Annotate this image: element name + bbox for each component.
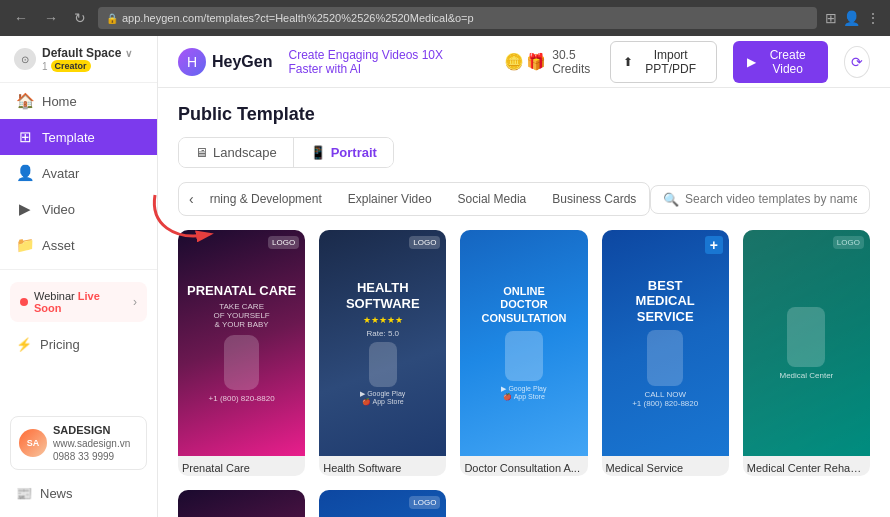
- template-card-prenatal2[interactable]: PRENATAL CARE The best dental service in…: [178, 490, 305, 517]
- app-header: H HeyGen Create Engaging Videos 10X Fast…: [158, 36, 890, 88]
- search-box[interactable]: 🔍: [650, 185, 870, 214]
- video-label: Video: [42, 202, 75, 217]
- webinar-text: Webinar Live Soon: [34, 290, 127, 314]
- thumb-download-doctor: ▶ Google Play🍎 App Store: [501, 385, 546, 401]
- sidebar-item-video[interactable]: ▶ Video: [0, 191, 157, 227]
- cat-tab-social[interactable]: Social Media: [446, 187, 539, 211]
- lock-icon: 🔒: [106, 13, 118, 24]
- profile-button[interactable]: 👤: [843, 10, 860, 26]
- news-icon: 📰: [16, 486, 32, 501]
- template-card-medical2[interactable]: LOGO BESTMEDICAL: [319, 490, 446, 517]
- extensions-button[interactable]: ⊞: [825, 10, 837, 26]
- import-icon: ⬆: [623, 55, 633, 69]
- credits-badge: 🪙 🎁 30.5 Credits: [504, 48, 594, 76]
- import-ppt-button[interactable]: ⬆ Import PPT/PDF: [610, 41, 717, 83]
- webinar-arrow-icon: ›: [133, 295, 137, 309]
- sidebar-item-avatar[interactable]: 👤 Avatar: [0, 155, 157, 191]
- refresh-button[interactable]: ⟳: [844, 46, 870, 78]
- thumb-logo-medical2: LOGO: [409, 496, 440, 509]
- template-icon: ⊞: [16, 128, 34, 146]
- back-button[interactable]: ←: [10, 8, 32, 28]
- template-thumb-doctor: ONLINEDOCTORCONSULTATION ▶ Google Play🍎 …: [460, 230, 587, 456]
- template-card-health-software[interactable]: LOGO HEALTHSOFTWARE ★★★★★ Rate: 5.0 ▶ Go…: [319, 230, 446, 476]
- pricing-label: Pricing: [40, 337, 80, 352]
- tab-landscape[interactable]: 🖥 Landscape: [179, 138, 294, 167]
- page-title: Public Template: [178, 104, 870, 125]
- cat-tab-explainer[interactable]: Explainer Video: [336, 187, 444, 211]
- asset-icon: 📁: [16, 236, 34, 254]
- plus-icon: +: [705, 236, 723, 254]
- portrait-icon: 📱: [310, 145, 326, 160]
- avatar-icon: 👤: [16, 164, 34, 182]
- sidebar-item-home[interactable]: 🏠 Home: [0, 83, 157, 119]
- template-thumb-medical: + BESTMEDICALSERVICE CALL NOW+1 (800) 82…: [602, 230, 729, 456]
- browser-actions: ⊞ 👤 ⋮: [825, 10, 880, 26]
- template-thumb-rehab: LOGO Medical Center: [743, 230, 870, 456]
- news-label: News: [40, 486, 73, 501]
- thumb-rehab-text: Medical Center: [779, 371, 833, 380]
- template-thumb-prenatal: LOGO PRENATAL CARE TAKE CAREOF YOURSELF&…: [178, 230, 305, 456]
- template-label-medical: Medical Service: [602, 456, 729, 476]
- thumb-phone: +1 (800) 820-8820: [209, 394, 275, 403]
- sidebar-item-asset[interactable]: 📁 Asset: [0, 227, 157, 263]
- avatar-label: Avatar: [42, 166, 79, 181]
- search-icon: 🔍: [663, 192, 679, 207]
- sidebar-item-template[interactable]: ⊞ Template: [0, 119, 157, 155]
- video-icon: ▶: [16, 200, 34, 218]
- sidebar-header[interactable]: ⊙ Default Space ∨ 1 Creator: [0, 36, 157, 83]
- template-card-medical-service[interactable]: + BESTMEDICALSERVICE CALL NOW+1 (800) 82…: [602, 230, 729, 476]
- sadesign-logo[interactable]: SA SADESIGN www.sadesign.vn0988 33 9999: [10, 416, 147, 470]
- thumb-title-doctor: ONLINEDOCTORCONSULTATION: [482, 285, 567, 325]
- thumb-title-health: HEALTHSOFTWARE: [346, 280, 420, 311]
- sidebar-item-pricing[interactable]: ⚡ Pricing: [0, 328, 157, 361]
- heygen-logo: H HeyGen: [178, 48, 272, 76]
- cat-tab-business[interactable]: Business Cards: [540, 187, 643, 211]
- space-name: Default Space ∨: [42, 46, 143, 60]
- template-thumb-medical2: LOGO BESTMEDICAL: [319, 490, 446, 517]
- app-container: ⊙ Default Space ∨ 1 Creator 🏠 Home ⊞ Tem…: [0, 36, 890, 517]
- template-label-doctor: Doctor Consultation A...: [460, 456, 587, 476]
- search-input[interactable]: [685, 192, 857, 206]
- thumb-logo-badge: LOGO: [409, 236, 440, 249]
- menu-button[interactable]: ⋮: [866, 10, 880, 26]
- space-avatar: ⊙: [14, 48, 36, 70]
- header-tagline: Create Engaging Videos 10X Faster with A…: [288, 48, 472, 76]
- thumb-subtitle: TAKE CAREOF YOURSELF& YOUR BABY: [213, 302, 269, 329]
- template-card-doctor[interactable]: ONLINEDOCTORCONSULTATION ▶ Google Play🍎 …: [460, 230, 587, 476]
- filter-search-row: ‹ rning & Development Explainer Video So…: [178, 182, 870, 216]
- url-bar[interactable]: 🔒 app.heygen.com/templates?ct=Health%252…: [98, 7, 817, 29]
- thumb-badge: LOGO: [268, 236, 299, 249]
- heygen-logo-text: HeyGen: [212, 53, 272, 71]
- stars: ★★★★★: [363, 315, 403, 325]
- sidebar: ⊙ Default Space ∨ 1 Creator 🏠 Home ⊞ Tem…: [0, 36, 158, 517]
- space-meta: 1 Creator: [42, 60, 143, 72]
- template-card-prenatal[interactable]: LOGO PRENATAL CARE TAKE CAREOF YOURSELF&…: [178, 230, 305, 476]
- sidebar-bottom: SA SADESIGN www.sadesign.vn0988 33 9999: [0, 408, 157, 478]
- category-prev-button[interactable]: ‹: [185, 189, 198, 209]
- coin-icon: 🪙: [504, 52, 524, 71]
- template-card-rehab[interactable]: LOGO Medical Center Medical Center Rehab…: [743, 230, 870, 476]
- forward-button[interactable]: →: [40, 8, 62, 28]
- space-chevron-icon: ∨: [125, 48, 132, 59]
- browser-chrome: ← → ↻ 🔒 app.heygen.com/templates?ct=Heal…: [0, 0, 890, 36]
- sadesign-logo-icon: SA: [19, 429, 47, 457]
- sidebar-item-news[interactable]: 📰 News: [0, 478, 157, 509]
- reload-button[interactable]: ↻: [70, 8, 90, 28]
- template-label-health: Health Software: [319, 456, 446, 476]
- create-video-button[interactable]: ▶ Create Video: [733, 41, 828, 83]
- asset-label: Asset: [42, 238, 75, 253]
- cat-tab-learning[interactable]: rning & Development: [198, 187, 334, 211]
- credits-icons: 🪙 🎁: [504, 52, 546, 71]
- url-text: app.heygen.com/templates?ct=Health%2520%…: [122, 12, 809, 24]
- landscape-icon: 🖥: [195, 145, 208, 160]
- sadesign-logo-text: SADESIGN www.sadesign.vn0988 33 9999: [53, 423, 130, 463]
- home-label: Home: [42, 94, 77, 109]
- webinar-banner[interactable]: Webinar Live Soon ›: [10, 282, 147, 322]
- tab-portrait[interactable]: 📱 Portrait: [294, 138, 393, 167]
- heygen-logo-icon: H: [178, 48, 206, 76]
- thumb-title-medical: BESTMEDICALSERVICE: [636, 278, 695, 325]
- main-content: Public Template 🖥 Landscape 📱 Portrait ‹: [158, 88, 890, 517]
- pricing-icon: ⚡: [16, 337, 32, 352]
- template-grid-row2: PRENATAL CARE The best dental service in…: [178, 490, 870, 517]
- creator-badge: Creator: [51, 60, 91, 72]
